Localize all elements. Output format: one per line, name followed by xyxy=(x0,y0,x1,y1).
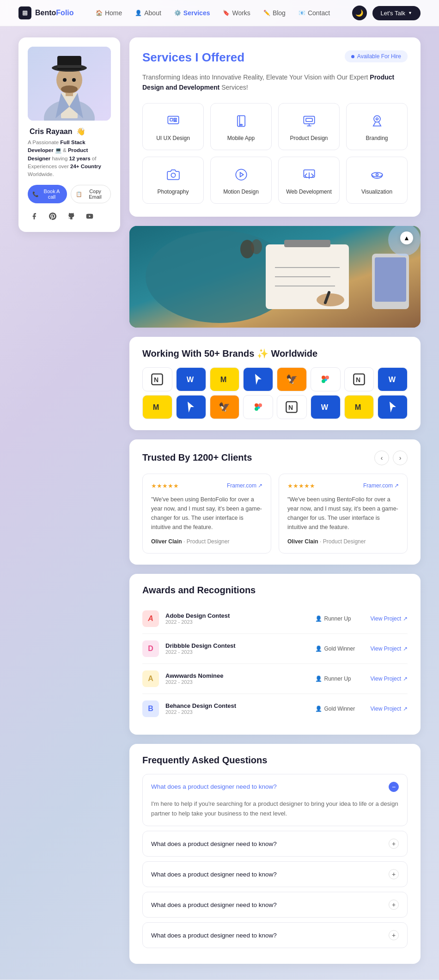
faq-question-5[interactable]: What does a product designer need to kno… xyxy=(143,923,407,948)
nav-about[interactable]: 👤 About xyxy=(135,9,161,17)
uiux-icon xyxy=(149,112,197,130)
brand-notion-3[interactable]: N xyxy=(277,395,307,419)
service-product[interactable]: Product Design xyxy=(278,103,340,150)
award-dribbble: D Dribbble Design Contest 2022 - 2023 👤 … xyxy=(142,634,408,664)
brand-w-2[interactable]: W xyxy=(378,367,408,391)
services-title: Services I Offered xyxy=(142,50,244,65)
motion-icon xyxy=(217,165,265,184)
services-description: Transforming Ideas into Innovative Reali… xyxy=(142,72,408,93)
lets-talk-button[interactable]: Let's Talk xyxy=(372,6,421,20)
faq-toggle-2[interactable]: + xyxy=(389,839,399,849)
service-motion[interactable]: Motion Design xyxy=(210,157,272,204)
profile-actions: 📞 Book A call 📋 Copy Email xyxy=(28,185,111,203)
testimonial-1-source[interactable]: Framer.com ↗ xyxy=(227,482,262,489)
nav-works[interactable]: 🔖 Works xyxy=(223,9,250,17)
testimonials-title: Trusted By 1200+ Clients xyxy=(142,452,252,463)
award-dribbble-info: Dribbble Design Contest 2022 - 2023 xyxy=(165,642,315,655)
scroll-indicator[interactable]: ▲ xyxy=(400,231,413,244)
available-badge: Available For Hire xyxy=(345,50,408,62)
service-branding[interactable]: Branding xyxy=(346,103,408,150)
youtube-icon[interactable] xyxy=(83,210,96,223)
award-awwwards-place: 👤 Runner Up xyxy=(315,676,371,682)
brand-figma-1[interactable] xyxy=(311,367,341,391)
service-webdev[interactable]: Web Development xyxy=(278,157,340,204)
brand-m-1[interactable]: M xyxy=(210,367,240,391)
brand-m-3[interactable]: M xyxy=(344,395,374,419)
webdev-icon xyxy=(285,165,333,184)
testimonial-1-top: ★★★★★ Framer.com ↗ xyxy=(151,482,262,489)
svg-rect-53 xyxy=(325,376,329,379)
award-dribbble-link[interactable]: View Project ↗ xyxy=(371,645,408,652)
main-content: Cris Rayaan 👋 A Passionate Full Stack De… xyxy=(0,26,439,975)
award-awwwards-link[interactable]: View Project ↗ xyxy=(371,676,408,682)
brand-cursor-3[interactable] xyxy=(378,395,408,419)
service-viz[interactable]: Visualization xyxy=(346,157,408,204)
content-area: Services I Offered Available For Hire Tr… xyxy=(129,37,421,964)
svg-text:N: N xyxy=(288,404,293,411)
faq-question-1[interactable]: What does a product designer need to kno… xyxy=(143,774,407,799)
faq-toggle-4[interactable]: + xyxy=(389,900,399,910)
testimonial-2-author: Oliver Clain · Product Designer xyxy=(287,538,399,545)
testimonials-card: Trusted By 1200+ Clients ‹ › ★★★★★ Frame… xyxy=(129,439,421,565)
brand-cursor-1[interactable] xyxy=(243,367,273,391)
nav-home[interactable]: 🏠 Home xyxy=(96,9,122,17)
brand-logo[interactable]: BentoFolio xyxy=(18,6,74,19)
logo-icon xyxy=(18,6,31,19)
brand-w-3[interactable]: W xyxy=(311,395,341,419)
nav-services[interactable]: ⚙️ Services xyxy=(174,9,210,17)
book-call-button[interactable]: 📞 Book A call xyxy=(28,185,67,203)
faq-question-3[interactable]: What does a product designer need to kno… xyxy=(143,862,407,887)
services-card: Services I Offered Available For Hire Tr… xyxy=(129,37,421,217)
svg-rect-52 xyxy=(322,376,325,379)
next-testimonial-button[interactable]: › xyxy=(393,450,408,465)
pinterest-icon[interactable] xyxy=(46,210,59,223)
faq-toggle-3[interactable]: + xyxy=(389,869,399,879)
svg-text:W: W xyxy=(388,375,396,383)
award-behance: B Behance Design Contest 2022 - 2023 👤 G… xyxy=(142,694,408,724)
testimonial-1-stars: ★★★★★ xyxy=(151,482,179,489)
nav-contact[interactable]: 📧 Contact xyxy=(299,9,330,17)
dark-mode-toggle[interactable]: 🌙 xyxy=(352,6,367,20)
product-label: Product Design xyxy=(285,135,333,141)
svg-text:N: N xyxy=(154,376,159,383)
faq-question-2[interactable]: What does a product designer need to kno… xyxy=(143,831,407,856)
service-photography[interactable]: Photography xyxy=(142,157,204,204)
faq-question-4[interactable]: What does a product designer need to kno… xyxy=(143,892,407,917)
service-uiux[interactable]: UI UX Design xyxy=(142,103,204,150)
svg-text:W: W xyxy=(187,375,194,383)
award-behance-link[interactable]: View Project ↗ xyxy=(371,706,408,712)
copy-email-button[interactable]: 📋 Copy Email xyxy=(71,185,111,203)
svg-marker-68 xyxy=(390,402,396,412)
brand-notion-1[interactable]: N xyxy=(142,367,172,391)
brand-eagle-2[interactable]: 🦅 xyxy=(210,395,240,419)
svg-text:W: W xyxy=(321,403,329,411)
testimonial-1-author: Oliver Clain · Product Designer xyxy=(151,538,262,545)
testimonial-2-source[interactable]: Framer.com ↗ xyxy=(363,482,399,489)
prev-testimonial-button[interactable]: ‹ xyxy=(374,450,389,465)
brands-grid: N W M 🦅 N xyxy=(142,367,408,419)
faq-toggle-1[interactable]: − xyxy=(389,782,399,792)
award-adobe-link[interactable]: View Project ↗ xyxy=(371,615,408,622)
svg-rect-13 xyxy=(170,118,173,121)
testimonial-1: ★★★★★ Framer.com ↗ "We've been using Ben… xyxy=(142,474,271,554)
service-mobile[interactable]: Mobile App xyxy=(210,103,272,150)
nav-blog[interactable]: ✏️ Blog xyxy=(263,9,286,17)
awards-title: Awards and Recognitions xyxy=(142,585,408,596)
facebook-icon[interactable] xyxy=(28,210,41,223)
github-icon[interactable] xyxy=(65,210,78,223)
svg-rect-12 xyxy=(168,116,178,123)
brand-notion-2[interactable]: N xyxy=(344,367,374,391)
faq-toggle-5[interactable]: + xyxy=(389,930,399,940)
social-links xyxy=(28,210,111,223)
services-title-wrap: Services I Offered xyxy=(142,50,244,65)
brand-cursor-2[interactable] xyxy=(176,395,206,419)
brand-w-1[interactable]: W xyxy=(176,367,206,391)
svg-rect-20 xyxy=(306,118,312,122)
brand-eagle-1[interactable]: 🦅 xyxy=(277,367,307,391)
brand-m-2[interactable]: M xyxy=(142,395,172,419)
brand-figma-2[interactable] xyxy=(243,395,273,419)
svg-point-39 xyxy=(317,293,344,306)
testimonials-grid: ★★★★★ Framer.com ↗ "We've been using Ben… xyxy=(142,474,408,554)
faq-card: Frequently Asked Questions What does a p… xyxy=(129,744,421,964)
branding-label: Branding xyxy=(353,135,401,141)
